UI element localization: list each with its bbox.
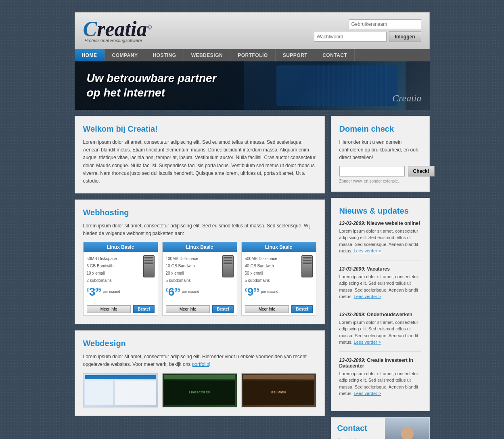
hero-banner: Uw betrouwbare partner op het internet C… [75,61,430,110]
news-item-1: 13-03-2009: Nieuwe website online! Lorem… [339,221,421,260]
news-2-lees-verder[interactable]: Lees verder > [354,294,381,299]
webhosting-title: Webhosting [83,208,316,217]
package-3: Linux Basic 500MB Diskspace 40 GB Bandwi… [241,242,316,316]
news-2-excerpt: Lorem ipsum dolor sit amet, consectetur … [339,273,421,300]
pkg1-footer: Meer info Bestel [84,303,158,315]
pkg2-bestel-button[interactable]: Bestel [212,305,233,313]
news-3-lees-verder[interactable]: Lees verder > [354,340,381,344]
package-3-body: 500MB Diskspace 40 GB Bandwith 50 x emai… [242,252,316,303]
package-2-header: Linux Basic [163,242,237,252]
password-row: Inloggen [314,32,421,42]
pkg1-meer-info-button[interactable]: Meer info [87,305,131,313]
login-area: Inloggen [314,19,421,42]
portfolio-thumb-1[interactable] [83,373,158,407]
pkg2-footer: Meer info Bestel [163,303,237,315]
news-4-excerpt: Lorem ipsum dolor sit amet, consectetur … [339,370,421,397]
nieuws-title: Nieuws & updates [339,206,421,216]
welcome-body: Lorem ipsum dolor sit amet, consectetur … [83,139,316,185]
logo-tagline: Professional Hostingsoftware [83,38,152,43]
sidebar: Domein check Hieronder kunt u een domein… [331,116,430,439]
news-1-excerpt: Lorem ipsum dolor sit amet, consectetur … [339,228,421,254]
header: Creatia© Professional Hostingsoftware In… [75,12,430,49]
pkg3-bestel-button[interactable]: Bestel [291,305,312,313]
logo: Creatia© [83,19,152,40]
banner-text: Uw betrouwbare partner op het internet [75,63,229,109]
news-4-headline: 13-03-2009: Creatia investeert in Datace… [339,357,421,369]
domein-note: Zonder www. en zonder extensie. [339,179,421,183]
navigation: HOME COMPANY HOSTING WEBDESIGN PORTFOLIO… [75,49,430,61]
news-item-4: 13-03-2009: Creatia investeert in Datace… [339,357,421,403]
news-3-excerpt: Lorem ipsum dolor sit amet, consectetur … [339,319,421,346]
portfolio-thumbnails: LIVESCORES B3LM0D0 [83,373,316,407]
package-3-header: Linux Basic [242,242,316,252]
news-item-3: 13-03-2009: Onderhoudswerken Lorem ipsum… [339,312,421,352]
webdesign-body: Lorem ipsum dolor sit amet, consectetur … [83,353,316,368]
logo-area: Creatia© Professional Hostingsoftware [83,19,152,43]
banner-brand: Creatia [392,93,421,104]
pkg3-meer-info-button[interactable]: Meer info [245,305,289,313]
username-input[interactable] [349,19,421,29]
nav-portfolio[interactable]: PORTFOLIO [230,49,276,61]
nav-hosting[interactable]: HOSTING [145,49,184,61]
pkg2-price: € 6 95 per maand [166,286,234,298]
webdesign-box: Webdesign Lorem ipsum dolor sit amet, co… [75,330,325,416]
main-column: Welkom bij Creatia! Lorem ipsum dolor si… [75,116,325,439]
news-1-headline: 13-03-2009: Nieuwe website online! [339,221,421,226]
check-button[interactable]: Check! [408,166,435,176]
pkg2-spec4: 5 subdomains [166,277,234,284]
webhosting-intro: Lorem ipsum dolor sit amet, consectetur … [83,222,316,237]
nav-home[interactable]: HOME [75,49,105,61]
domein-check-title: Domein check [339,124,421,134]
pkg1-price: € 3 95 per maand [87,286,155,298]
nav-webdesign[interactable]: WEBDESIGN [184,49,231,61]
pkg3-spec4: 5 subdomains [245,277,313,284]
nav-support[interactable]: SUPPORT [276,49,316,61]
password-input[interactable] [314,32,387,42]
domein-input-row: Check! [339,166,421,176]
pkg3-price: € 9 95 per maand [245,286,313,298]
content-wrapper: Welkom bij Creatia! Lorem ipsum dolor si… [75,116,430,439]
contact-info: Contact Creatia Inc. Oude Leeuwenrui 36 … [331,418,385,439]
pkg1-bestel-button[interactable]: Bestel [133,305,154,313]
domein-check-description: Hieronder kunt u een domein controleren … [339,139,421,162]
package-2: Linux Basic 100MB Diskspace 10 GB Bandwi… [162,242,237,316]
welcome-box: Welkom bij Creatia! Lorem ipsum dolor si… [75,116,325,193]
news-1-lees-verder[interactable]: Lees verder > [354,248,381,253]
pkg1-spec4: 2 subdomains [87,277,155,284]
login-button[interactable]: Inloggen [389,32,421,42]
nieuws-box: Nieuws & updates 13-03-2009: Nieuwe webs… [331,198,430,411]
portfolio-thumb-2[interactable]: LIVESCORES [162,373,237,407]
contact-company: Creatia Inc. [337,438,379,439]
contact-photo [385,418,429,439]
news-4-lees-verder[interactable]: Lees verder > [354,391,381,396]
portfolio-thumb-3[interactable]: B3LM0D0 [241,373,316,407]
hosting-packages: Linux Basic 50MB Diskspace 5 GB Bandwith… [83,242,316,316]
domein-input[interactable] [339,166,405,176]
news-item-2: 13-03-2009: Vacatures Lorem ipsum dolor … [339,266,421,306]
portfolio-link[interactable]: portfolio [192,361,209,367]
banner-heading: Uw betrouwbare partner op het internet [87,71,217,101]
news-2-headline: 13-03-2009: Vacatures [339,266,421,272]
nav-contact[interactable]: CONTACT [315,49,355,61]
contact-box: Contact Creatia Inc. Oude Leeuwenrui 36 … [331,417,430,439]
webdesign-title: Webdesign [83,339,316,348]
nav-company[interactable]: COMPANY [105,49,146,61]
pkg2-meer-info-button[interactable]: Meer info [166,305,210,313]
pkg3-footer: Meer info Bestel [242,303,316,315]
package-2-body: 100MB Diskspace 10 GB Bandwith 20 x emai… [163,252,237,303]
domein-check-box: Domein check Hieronder kunt u een domein… [331,116,430,192]
username-row [349,19,421,29]
package-1-body: 50MB Diskspace 5 GB Bandwith 10 x email … [84,252,158,303]
welcome-title: Welkom bij Creatia! [83,124,316,134]
webhosting-box: Webhosting Lorem ipsum dolor sit amet, c… [75,200,325,324]
package-1-header: Linux Basic [84,242,158,252]
contact-title: Contact [337,424,379,433]
news-3-headline: 13-03-2009: Onderhoudswerken [339,312,421,317]
package-1: Linux Basic 50MB Diskspace 5 GB Bandwith… [83,242,158,316]
